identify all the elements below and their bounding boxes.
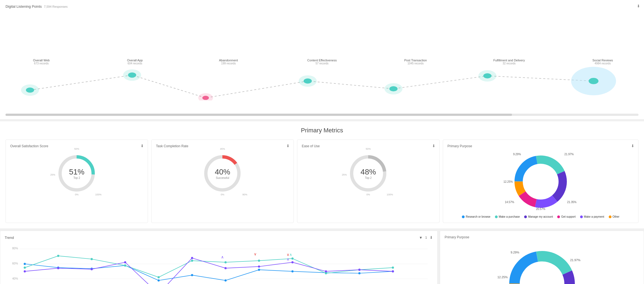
svg-text:21.97%: 21.97% — [570, 258, 581, 262]
satisfaction-scale-0: 0% — [75, 193, 79, 196]
dlp-title: Digital Listening Points — [6, 4, 42, 9]
card-task-completion: Task Completion Rate ⬇ 40% Successful — [151, 140, 294, 223]
donut-satisfaction-wrapper: 51% Top 2 50% 25% 0% 100% — [55, 151, 99, 195]
task-pct: 40% — [215, 168, 230, 176]
svg-text:12.25%: 12.25% — [497, 275, 508, 279]
purpose-pct-0: 21.97% — [564, 153, 574, 156]
ease-scale-0: 0% — [367, 193, 370, 196]
svg-point-63 — [91, 258, 93, 260]
metrics-row: Overall Satisfaction Score ⬇ 51% Top 2 — [6, 140, 638, 223]
svg-point-5 — [202, 96, 209, 100]
svg-point-70 — [325, 272, 327, 274]
svg-point-78 — [191, 257, 193, 259]
svg-point-3 — [128, 72, 136, 78]
primary-metrics-title: Primary Metrics — [6, 127, 638, 134]
svg-text:80%: 80% — [12, 247, 18, 250]
purpose-donut-svg — [505, 151, 576, 212]
satisfaction-label: Top 2 — [69, 176, 84, 179]
purpose-pct-3: 14.57% — [505, 201, 514, 204]
svg-point-96 — [523, 264, 561, 284]
trend-card: Trend ▼ 1 ⬇ 80% 60% 40% 20% 0% — [0, 231, 438, 284]
donut-task-wrapper: 40% Successful 45% 0% 90% — [200, 151, 244, 195]
satisfaction-scale-25: 25% — [50, 173, 55, 176]
svg-point-68 — [258, 260, 260, 262]
legend-item-purchase: Make a purchase — [495, 215, 520, 218]
card-ease-of-use: Ease of Use ⬇ 48% Top 2 50% — [297, 140, 440, 223]
svg-text:60%: 60% — [12, 262, 18, 265]
download-task-icon[interactable]: ⬇ — [286, 144, 290, 148]
svg-point-62 — [57, 255, 59, 257]
svg-point-75 — [91, 268, 93, 270]
svg-point-80 — [258, 266, 260, 268]
bottom-section: Trend ▼ 1 ⬇ 80% 60% 40% 20% 0% — [0, 231, 644, 284]
dlp-section: Digital Listening Points 7,594 Responses — [0, 0, 644, 119]
filter-icon[interactable]: ▼ — [419, 236, 422, 240]
task-scale-45: 45% — [220, 148, 225, 150]
donut-satisfaction-text: 51% Top 2 — [69, 168, 84, 179]
svg-point-73 — [24, 270, 26, 272]
page: Digital Listening Points 7,594 Responses — [0, 0, 644, 284]
card-title-purpose: Primary Purpose — [448, 144, 634, 148]
purpose-chart: 21.97% 21.35% 20.57% 14.57% 12.25% 9.29%… — [448, 151, 634, 218]
svg-point-79 — [225, 267, 227, 269]
card-overall-satisfaction: Overall Satisfaction Score ⬇ 51% Top 2 — [6, 140, 148, 223]
donut-ease-text: 48% Top 2 — [360, 168, 376, 179]
svg-point-69 — [292, 258, 294, 260]
legend-label-payment: Make a payment — [584, 215, 604, 218]
trend-title: Trend — [5, 236, 14, 240]
task-label: Successful — [215, 176, 230, 179]
svg-point-13 — [589, 78, 599, 84]
svg-point-54 — [191, 274, 193, 276]
task-scale-90: 90% — [242, 193, 247, 196]
svg-text:∨: ∨ — [254, 252, 257, 256]
purpose-card-title: Primary Purpose — [444, 235, 639, 239]
svg-point-81 — [292, 261, 294, 263]
satisfaction-scale-100: 100% — [95, 193, 101, 196]
svg-text:40%: 40% — [12, 277, 18, 280]
purpose-card-bottom: Primary Purpose ⬇ — [440, 231, 644, 284]
legend-label-purchase: Make a purchase — [499, 215, 520, 218]
filter-count: 1 — [425, 236, 427, 239]
purpose-bottom-svg: 21.97% 21.35% 20.57% 14.57% 12.25% 9.29% — [495, 242, 589, 284]
ease-pct: 48% — [360, 168, 376, 176]
donut-task-text: 40% Successful — [215, 168, 230, 179]
svg-point-65 — [158, 276, 160, 278]
trend-header: Trend ▼ 1 ⬇ — [5, 235, 433, 240]
legend-item-account: Manage my account — [524, 215, 553, 218]
purpose-pct-2: 20.57% — [536, 207, 545, 211]
svg-point-7 — [304, 78, 312, 84]
legend-label-research: Research or browse — [466, 215, 490, 218]
download-trend-icon[interactable]: ⬇ — [430, 235, 433, 240]
download-purpose2-icon[interactable]: ⬇ — [637, 4, 640, 8]
svg-point-76 — [124, 261, 126, 263]
legend-label-other: Other — [613, 215, 619, 218]
svg-text:∧: ∧ — [289, 253, 292, 257]
purpose-legend: Research or browse Make a purchase Manag… — [462, 215, 619, 218]
svg-point-49 — [24, 263, 26, 265]
primary-metrics-section: Primary Metrics Overall Satisfaction Sco… — [0, 121, 644, 228]
svg-point-26 — [526, 166, 556, 197]
svg-point-55 — [225, 279, 227, 282]
svg-point-1 — [26, 88, 34, 93]
dlp-subtitle: 7,594 Responses — [44, 5, 68, 8]
svg-point-53 — [158, 279, 160, 282]
task-scale-0: 0% — [221, 193, 224, 196]
legend-item-payment: Make a payment — [580, 215, 604, 218]
satisfaction-pct: 51% — [69, 168, 84, 176]
legend-item-research: Research or browse — [462, 215, 490, 218]
legend-item-other: Other — [609, 215, 619, 218]
download-satisfaction-icon[interactable]: ⬇ — [141, 144, 144, 148]
download-ease-icon[interactable]: ⬇ — [432, 144, 435, 148]
purpose-pct-5: 9.29% — [513, 153, 521, 156]
svg-text:∧: ∧ — [287, 257, 289, 261]
download-purpose-icon[interactable]: ⬇ — [631, 144, 634, 148]
svg-point-83 — [358, 269, 360, 271]
svg-point-84 — [392, 270, 394, 272]
ease-label: Top 2 — [360, 176, 376, 179]
donut-task: 40% Successful 45% 0% 90% — [156, 151, 289, 195]
donut-ease-wrapper: 48% Top 2 50% 25% 0% 100% — [346, 151, 390, 195]
trend-controls: ▼ 1 ⬇ — [419, 235, 433, 240]
svg-point-82 — [325, 270, 327, 272]
svg-point-11 — [483, 73, 492, 78]
svg-point-74 — [57, 267, 59, 269]
